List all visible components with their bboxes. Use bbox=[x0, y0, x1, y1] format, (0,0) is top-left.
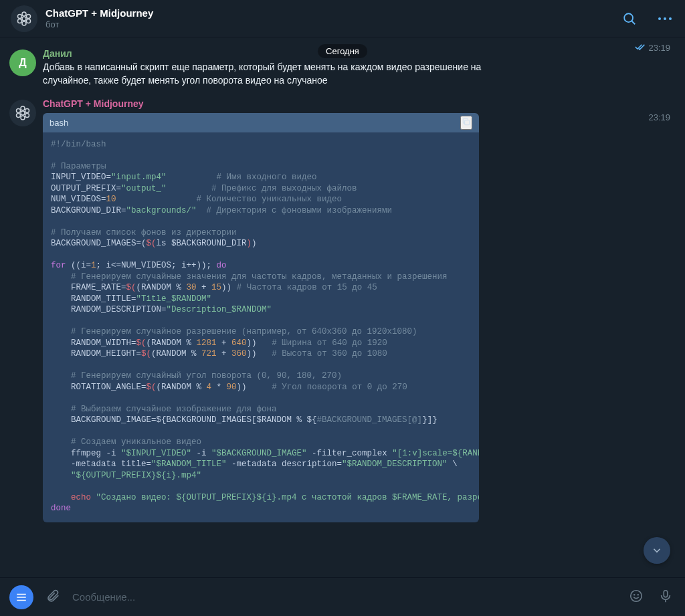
copy-icon bbox=[462, 117, 471, 126]
sender-name: ChatGPT + Midjourney bbox=[43, 98, 676, 109]
svg-rect-16 bbox=[465, 120, 470, 124]
svg-point-20 bbox=[631, 591, 642, 602]
chat-title: ChatGPT + Midjourney bbox=[45, 7, 619, 19]
code-content[interactable]: #!/bin/bash # Параметры INPUT_VIDEO="inp… bbox=[43, 132, 479, 522]
flower-icon bbox=[15, 105, 31, 121]
svg-point-3 bbox=[18, 14, 22, 18]
code-block: bash #!/bin/bash # Параметры INPUT_VIDEO… bbox=[43, 113, 479, 522]
smile-icon bbox=[629, 589, 644, 603]
svg-point-21 bbox=[634, 595, 635, 595]
svg-point-15 bbox=[25, 113, 29, 117]
date-chip: Сегодня bbox=[318, 44, 367, 58]
svg-point-6 bbox=[27, 19, 31, 23]
search-button[interactable] bbox=[619, 9, 640, 29]
svg-line-8 bbox=[631, 21, 635, 24]
chevron-down-icon bbox=[651, 544, 663, 556]
svg-rect-23 bbox=[664, 591, 668, 597]
svg-point-0 bbox=[22, 17, 26, 21]
user-avatar[interactable]: Д bbox=[9, 49, 36, 76]
menu-button[interactable] bbox=[9, 585, 33, 609]
message-time: 23:19 bbox=[648, 43, 670, 53]
svg-point-13 bbox=[25, 108, 29, 112]
svg-point-5 bbox=[18, 19, 22, 23]
message-input[interactable] bbox=[72, 591, 617, 603]
copy-code-button[interactable] bbox=[460, 116, 472, 130]
voice-button[interactable] bbox=[656, 586, 676, 608]
message-text: Добавь в написанный скрипт еще параметр,… bbox=[43, 60, 498, 88]
more-button[interactable] bbox=[656, 9, 674, 29]
attach-button[interactable] bbox=[43, 586, 63, 608]
svg-point-14 bbox=[17, 113, 21, 117]
code-header: bash bbox=[43, 113, 479, 132]
svg-point-10 bbox=[21, 106, 25, 110]
message-meta: 23:19 bbox=[635, 43, 670, 53]
chat-area[interactable]: Сегодня Д Данил Добавь в написанный скри… bbox=[0, 37, 685, 577]
svg-point-9 bbox=[21, 111, 25, 115]
message-time: 23:19 bbox=[648, 112, 670, 122]
message: ChatGPT + Midjourney 23:19 bash #!/bin/b… bbox=[9, 98, 676, 522]
code-lang-label: bash bbox=[50, 118, 68, 128]
svg-point-1 bbox=[22, 12, 26, 16]
bot-avatar[interactable] bbox=[11, 5, 37, 32]
svg-point-12 bbox=[17, 108, 21, 112]
scroll-to-bottom-button[interactable] bbox=[644, 537, 670, 564]
chat-subtitle: бот bbox=[45, 19, 619, 30]
svg-point-2 bbox=[22, 21, 26, 25]
more-icon bbox=[658, 17, 672, 20]
menu-icon bbox=[15, 593, 27, 602]
chat-header: ChatGPT + Midjourney бот bbox=[0, 0, 685, 37]
svg-point-11 bbox=[21, 116, 25, 120]
bot-avatar[interactable] bbox=[9, 100, 36, 126]
flower-icon bbox=[16, 11, 32, 27]
microphone-icon bbox=[658, 589, 673, 603]
composer bbox=[0, 577, 685, 616]
header-info[interactable]: ChatGPT + Midjourney бот bbox=[45, 7, 619, 30]
emoji-button[interactable] bbox=[626, 586, 646, 608]
paperclip-icon bbox=[45, 589, 60, 603]
search-icon bbox=[622, 11, 637, 26]
svg-point-7 bbox=[624, 13, 633, 22]
svg-point-4 bbox=[27, 14, 31, 18]
read-checks-icon bbox=[635, 43, 646, 53]
message-meta: 23:19 bbox=[648, 112, 670, 122]
svg-point-22 bbox=[638, 595, 638, 595]
